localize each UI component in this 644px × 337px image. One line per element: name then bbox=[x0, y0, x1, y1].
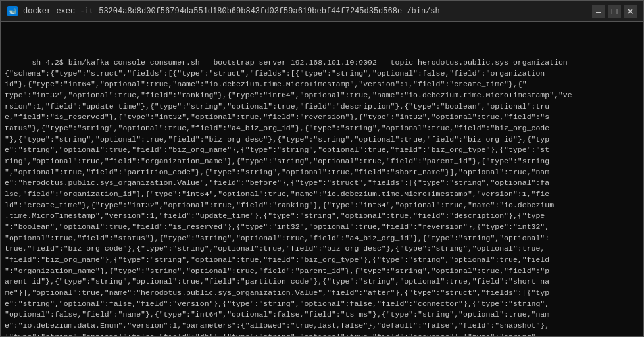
minimize-button[interactable]: – bbox=[592, 5, 605, 18]
terminal-content: sh-4.2$ bin/kafka-console-consumer.sh --… bbox=[5, 46, 639, 336]
title-bar-controls: – □ ✕ bbox=[592, 5, 637, 18]
docker-icon: 🐋 bbox=[7, 6, 18, 16]
terminal-body[interactable]: sh-4.2$ bin/kafka-console-consumer.sh --… bbox=[1, 22, 643, 336]
window-frame: 🐋 docker exec -it 53204a8d8d00f56794da55… bbox=[0, 0, 644, 337]
close-button[interactable]: ✕ bbox=[624, 5, 637, 18]
title-bar: 🐋 docker exec -it 53204a8d8d00f56794da55… bbox=[1, 1, 643, 22]
maximize-button[interactable]: □ bbox=[608, 5, 621, 18]
title-bar-text: docker exec -it 53204a8d8d00f56794da551d… bbox=[23, 7, 587, 16]
terminal-text: sh-4.2$ bin/kafka-console-consumer.sh --… bbox=[5, 58, 572, 336]
